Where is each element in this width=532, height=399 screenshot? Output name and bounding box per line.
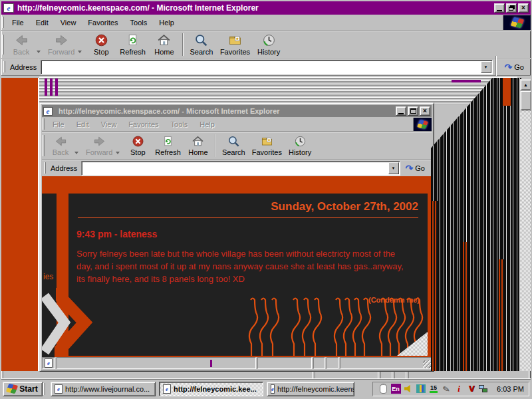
outer-window-title: http://felneycomic.keenspace.com/ - Micr… — [17, 3, 259, 13]
close-button[interactable]: × — [518, 3, 529, 13]
page-divider-column — [57, 194, 68, 299]
toolbar-separator — [215, 134, 216, 157]
glitch-fragment — [210, 360, 212, 367]
forward-icon — [93, 135, 106, 148]
sidebar-text-fragment: ies — [43, 272, 53, 281]
inner-window-title: http://felneycomic.keenspace.com/ - Micr… — [59, 107, 280, 115]
scrollbar-thumb[interactable] — [520, 90, 531, 110]
refresh-button[interactable]: Refresh — [116, 32, 149, 57]
forward-dropdown-icon[interactable] — [78, 51, 82, 53]
inner-toolbar: Back Forward Stop Refresh — [42, 132, 432, 160]
system-tray: En 15 ✎ i V 6:03 PM — [372, 382, 529, 396]
menu-help[interactable]: Help — [153, 16, 180, 29]
menubar-grip[interactable] — [2, 17, 4, 29]
go-button[interactable]: ↷ Go — [400, 161, 430, 176]
stop-button[interactable]: Stop — [86, 32, 116, 57]
inner-minimize-button[interactable] — [396, 106, 406, 116]
chevron-down-icon: ▼ — [392, 166, 396, 170]
history-button[interactable]: History — [253, 32, 284, 57]
favorites-button[interactable]: Favorites — [217, 32, 253, 57]
ie-throbber — [413, 118, 432, 131]
address-dropdown-button[interactable]: ▼ — [481, 61, 491, 73]
glitch-fragment — [50, 78, 53, 96]
task-button-livejournal[interactable]: e http://www.livejournal.co... — [51, 382, 156, 396]
resize-grip[interactable] — [423, 360, 431, 368]
address-dropdown-button[interactable]: ▼ — [388, 162, 399, 174]
scheduler-icon[interactable]: 15 — [428, 384, 439, 394]
menu-edit[interactable]: Edit — [30, 16, 55, 29]
stop-button[interactable]: Stop — [124, 134, 152, 158]
network-icon[interactable] — [479, 384, 489, 394]
minimize-icon — [398, 113, 404, 114]
search-button[interactable]: Search — [219, 134, 249, 158]
menu-view[interactable]: View — [95, 118, 123, 131]
back-dropdown-icon[interactable] — [74, 152, 78, 154]
history-button[interactable]: History — [285, 134, 315, 158]
back-icon — [55, 135, 67, 148]
search-icon — [194, 33, 208, 47]
ie-page-icon: e — [55, 384, 63, 394]
menu-tools[interactable]: Tools — [124, 16, 154, 29]
inner-address-input[interactable] — [81, 161, 400, 176]
menu-file[interactable]: File — [47, 118, 70, 131]
restore-button[interactable] — [506, 3, 517, 13]
page-content: ies Sunday, October 27th, 2002 9:43 pm -… — [42, 176, 432, 357]
go-arrow-icon: ↷ — [505, 62, 513, 72]
favorites-icon — [228, 33, 242, 47]
mouse-settings-icon[interactable] — [378, 384, 388, 394]
inner-close-button[interactable]: × — [420, 106, 430, 116]
menu-edit[interactable]: Edit — [70, 118, 95, 131]
search-icon — [227, 135, 240, 148]
inner-browser-window[interactable]: e http://felneycomic.keenspace.com/ - Mi… — [39, 102, 434, 372]
glitch-fragment — [463, 242, 468, 371]
glitch-fragment — [503, 78, 511, 106]
back-button[interactable]: Back — [6, 32, 37, 57]
task-button-felneycomic-2[interactable]: e http://felneycomic.keensp... — [267, 382, 354, 396]
antivirus-icon[interactable]: V — [466, 384, 477, 394]
menu-favorites[interactable]: Favorites — [122, 118, 164, 131]
menu-tools[interactable]: Tools — [165, 118, 194, 131]
menu-favorites[interactable]: Favorites — [82, 16, 124, 29]
forward-dropdown-icon[interactable] — [116, 152, 120, 154]
menu-help[interactable]: Help — [194, 118, 221, 131]
scroll-up-button[interactable]: ▲ — [520, 79, 531, 90]
go-button[interactable]: ↷ Go — [499, 60, 529, 74]
home-button[interactable]: Home — [184, 134, 212, 158]
browser-viewport: e http://felneycomic.keenspace.com/ - Mi… — [1, 76, 531, 371]
outer-window-titlebar[interactable]: e http://felneycomic.keenspace.com/ - Mi… — [1, 1, 531, 15]
vertical-scrollbar[interactable]: ▲ — [520, 79, 531, 371]
menubar-grip[interactable] — [43, 118, 45, 129]
info-icon[interactable]: i — [454, 384, 464, 394]
history-icon — [294, 135, 307, 148]
menu-file[interactable]: File — [6, 16, 30, 29]
minimize-button[interactable] — [494, 3, 505, 13]
inner-window-titlebar[interactable]: e http://felneycomic.keenspace.com/ - Mi… — [42, 105, 432, 117]
forward-button[interactable]: Forward — [45, 32, 78, 57]
inner-maximize-button[interactable] — [408, 106, 418, 116]
favorites-button[interactable]: Favorites — [249, 134, 285, 158]
taskbar: Start e http://www.livejournal.co... e h… — [1, 379, 531, 398]
forward-button[interactable]: Forward — [82, 134, 116, 158]
back-dropdown-icon[interactable] — [37, 51, 41, 53]
volume-icon[interactable] — [403, 384, 414, 394]
toolbar-grip[interactable] — [43, 135, 45, 156]
refresh-button[interactable]: Refresh — [152, 134, 184, 158]
ie-logo-icon: e — [3, 3, 14, 13]
ie-throbber — [503, 15, 531, 30]
display-settings-icon[interactable] — [416, 384, 426, 394]
language-indicator[interactable]: En — [390, 384, 401, 394]
task-button-felneycomic-active[interactable]: e http://felneycomic.kee... — [159, 382, 263, 396]
menu-view[interactable]: View — [55, 16, 82, 29]
address-input[interactable] — [41, 60, 492, 74]
back-icon — [15, 33, 29, 47]
taskbar-grip[interactable] — [43, 383, 45, 395]
toolbar-grip[interactable] — [2, 35, 4, 55]
start-button[interactable]: Start — [3, 382, 43, 396]
back-button[interactable]: Back — [47, 134, 74, 158]
pen-tablet-icon[interactable]: ✎ — [440, 382, 453, 395]
addressbar-grip[interactable] — [3, 61, 5, 72]
addressbar-grip[interactable] — [44, 162, 46, 174]
search-button[interactable]: Search — [186, 32, 217, 57]
home-button[interactable]: Home — [149, 32, 180, 57]
scroll-up-icon: ▲ — [523, 82, 528, 87]
